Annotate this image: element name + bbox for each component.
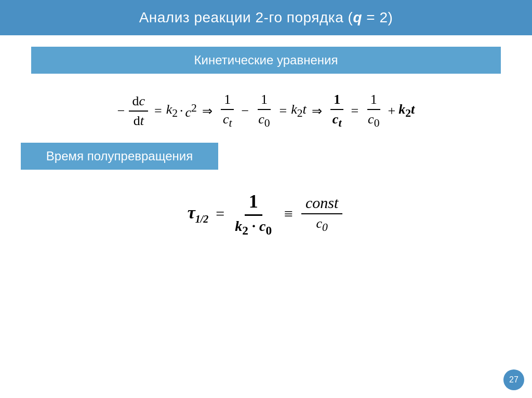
arrow1: ⇒ [202,104,212,118]
equals-k2t: = [280,103,287,119]
content-area: − dc dt = k2 · c2 ⇒ 1 ct − 1 c0 = k2t ⇒ [0,74,532,398]
equals-final: = [351,103,358,119]
fraction-1-k2c0: 1 k2 · c0 [231,190,276,238]
tau-symbol: τ1/2 [188,203,209,225]
dot1: · [180,103,183,119]
half-time-bar: Время полупревращения [21,143,218,170]
fraction-1-c0: 1 c0 [255,92,273,130]
equiv-sign: ≡ [284,205,293,223]
minus2: − [242,103,249,119]
kinetic-equation: − dc dt = k2 · c2 ⇒ 1 ct − 1 c0 = k2t ⇒ [21,79,511,143]
fraction-1-ct: 1 ct [220,92,235,130]
k2t: k2t [291,102,307,120]
fraction-1-c0-final: 1 c0 [365,92,382,130]
equals-k2: = [154,103,162,119]
fraction-1-ct-bold: 1 ct [329,92,345,130]
slide: Анализ реакции 2-го порядка (q = 2) Кине… [0,0,532,398]
half-time-equation: τ1/2 = 1 k2 · c0 ≡ const c0 [21,170,511,248]
half-time-text: Время полупревращения [42,149,197,163]
minus-sign: − [117,103,125,119]
slide-title: Анализ реакции 2-го порядка (q = 2) [21,9,511,26]
k2: k2 [166,102,178,120]
slide-number: 27 [503,369,524,390]
fraction-dc-dt: dc dt [129,93,148,129]
title-bar: Анализ реакции 2-го порядка (q = 2) [0,0,532,35]
plus-k2t: + [388,103,395,119]
subtitle-text: Кинетические уравнения [52,53,480,67]
k2t-bold: k2t [398,102,415,120]
subtitle-bar: Кинетические уравнения [31,47,501,74]
arrow2: ⇒ [312,104,322,118]
equals-tau: = [216,205,224,223]
c-squared: c2 [185,102,197,120]
fraction-const-c0: const c0 [301,194,342,234]
